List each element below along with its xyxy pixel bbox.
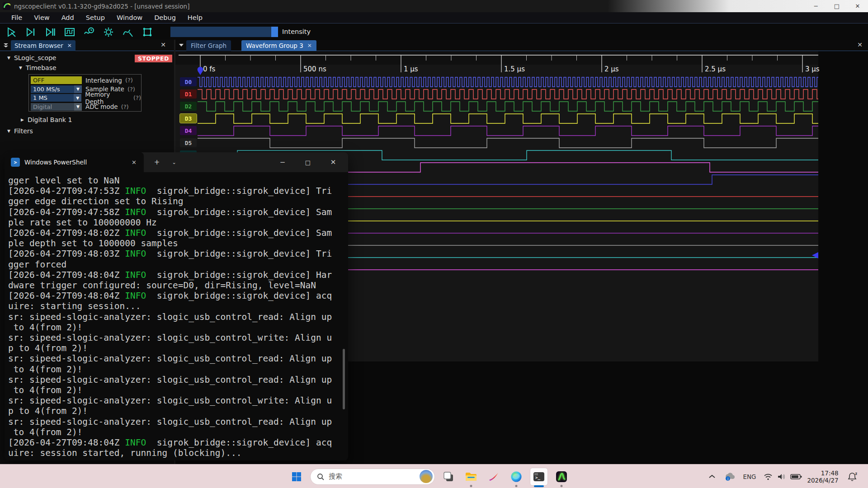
tab-stream-browser[interactable]: Stream Browser ✕	[11, 40, 75, 51]
edge-icon	[510, 471, 522, 483]
powershell-icon: >	[11, 158, 20, 167]
menu-file[interactable]: File	[5, 12, 28, 23]
svg-text:z: z	[855, 472, 858, 476]
setting-row-memory-depth: 1 MS▼Memory Depth(?)	[31, 94, 141, 102]
taskbar-terminal-button[interactable]: >_	[530, 468, 548, 486]
console-line: p to 4(from 2)!	[8, 343, 348, 353]
task-view-icon	[443, 471, 454, 482]
menu-help[interactable]: Help	[182, 12, 208, 23]
onedrive-icon[interactable]: i	[722, 465, 738, 488]
collapse-dock-icon[interactable]	[179, 42, 184, 48]
channel-label-D0[interactable]: D0	[180, 77, 197, 86]
filter-curve-icon[interactable]	[120, 25, 136, 39]
taskbar-task-view-button[interactable]	[439, 468, 458, 486]
ngscopeclient-logo-icon	[3, 2, 10, 10]
volume-icon[interactable]	[775, 465, 788, 488]
tab-dropdown-icon[interactable]: ⌄	[164, 152, 184, 172]
collapse-panel-icon[interactable]	[3, 42, 9, 48]
chevron-down-icon[interactable]: ▼	[7, 129, 10, 133]
tray-time: 17:48	[807, 469, 838, 477]
channel-label-D4[interactable]: D4	[180, 126, 197, 135]
sample-rate-control[interactable]: 100 MS/s▼	[31, 85, 82, 93]
adc-mode-control[interactable]: Digital▼	[31, 103, 82, 111]
active-indicator	[534, 485, 544, 487]
tree-item-filters[interactable]: ▼ Filters	[7, 127, 33, 135]
memory-depth-control[interactable]: 1 MS▼	[31, 94, 81, 102]
console-line: to 4(from 2)!	[8, 322, 348, 333]
tab-filter-graph[interactable]: Filter Graph	[186, 40, 231, 51]
battery-icon[interactable]	[788, 465, 804, 488]
tree-item-timebase[interactable]: ▼ Timebase	[19, 64, 57, 71]
taskbar-edge-button[interactable]	[507, 468, 525, 486]
tree-item-scope[interactable]: ▼ SLogic_scope	[7, 54, 56, 61]
minimize-button[interactable]: −	[806, 0, 826, 12]
tree-item-digital-bank[interactable]: ▶ Digital Bank 1	[21, 116, 72, 123]
menu-add[interactable]: Add	[56, 12, 80, 23]
svg-text:3 µs: 3 µs	[805, 65, 820, 73]
search-placeholder: 搜索	[329, 472, 420, 481]
single-trigger-icon[interactable]	[23, 25, 39, 39]
dropdown-arrow-icon[interactable]: ▼	[74, 85, 82, 93]
terminal-icon: >_	[533, 471, 545, 483]
console-line: sr: sipeed-slogic-analyzer: slogic_usb_c…	[8, 417, 348, 427]
interleaving-control[interactable]: OFF	[31, 76, 82, 84]
panel-close-icon[interactable]: ✕	[160, 41, 166, 48]
tab-close-icon[interactable]: ✕	[67, 42, 72, 49]
dropdown-arrow-icon[interactable]: ▼	[74, 94, 81, 102]
dock-close-icon[interactable]: ✕	[857, 41, 863, 48]
console-line: [2026-04-27T09:48:04Z INFO sigrok_bridge…	[8, 437, 348, 448]
maximize-button[interactable]: □	[297, 152, 318, 172]
channel-label-D1[interactable]: D1	[180, 89, 197, 99]
taskbar-swoosh-app-button[interactable]	[485, 468, 503, 486]
channel-label-D2[interactable]: D2	[180, 102, 197, 111]
force-trigger-icon[interactable]	[42, 25, 58, 39]
windows-logo-icon	[291, 471, 302, 482]
notification-bell-icon[interactable]: z	[844, 465, 860, 488]
clock[interactable]: 17:48 2026/4/27	[805, 465, 841, 488]
language-indicator[interactable]: ENG	[740, 465, 760, 488]
history-icon[interactable]	[61, 25, 78, 39]
fullscreen-icon[interactable]	[139, 25, 156, 39]
wifi-icon[interactable]	[761, 465, 775, 488]
dropdown-arrow-icon[interactable]: ▼	[74, 103, 82, 111]
file-explorer-icon	[465, 472, 477, 482]
svg-text:2.5 µs: 2.5 µs	[705, 65, 726, 73]
settings-gear-icon[interactable]	[100, 25, 117, 39]
minimize-button[interactable]: −	[272, 152, 293, 172]
console-output[interactable]: gger level set to NaN[2026-04-27T09:47:5…	[5, 172, 348, 460]
toolbar: Intensity	[0, 24, 868, 40]
channel-label-D3[interactable]: D3	[180, 114, 197, 123]
maximize-button[interactable]: □	[826, 0, 847, 12]
taskbar-file-explorer-button[interactable]	[462, 468, 480, 486]
menu-debug[interactable]: Debug	[148, 12, 182, 23]
setting-row-interleaving: OFFInterleaving(?)	[31, 76, 133, 84]
chevron-down-icon[interactable]: ▼	[7, 56, 10, 60]
help-icon[interactable]: (?)	[121, 103, 129, 110]
console-scrollbar[interactable]	[343, 349, 345, 409]
help-icon[interactable]: (?)	[125, 77, 133, 84]
tab-close-icon[interactable]: ✕	[132, 159, 137, 166]
tab-waveform-group-3[interactable]: Waveform Group 3 ✕	[241, 40, 316, 51]
close-button[interactable]: ✕	[847, 0, 868, 12]
search-input[interactable]: 搜索	[310, 469, 435, 485]
intensity-slider[interactable]	[170, 27, 278, 37]
menu-setup[interactable]: Setup	[80, 12, 111, 23]
powershell-tab[interactable]: > Windows PowerShell ✕	[5, 152, 144, 172]
timeline-clock-icon[interactable]	[81, 25, 97, 39]
powershell-window[interactable]: > Windows PowerShell ✕ + ⌄ − □ ✕ gger le…	[5, 152, 348, 460]
close-button[interactable]: ✕	[323, 152, 344, 172]
channel-label-D5[interactable]: D5	[180, 138, 197, 147]
menu-window[interactable]: Window	[111, 12, 148, 23]
tray-chevron-icon[interactable]	[705, 465, 719, 488]
arm-trigger-icon[interactable]	[3, 25, 19, 39]
start-button[interactable]	[288, 468, 306, 486]
tab-close-icon[interactable]: ✕	[307, 42, 312, 49]
help-icon[interactable]: (?)	[133, 94, 141, 101]
chevron-down-icon[interactable]: ▼	[19, 66, 22, 70]
taskbar-ngscopeclient-button[interactable]	[552, 468, 571, 486]
menu-view[interactable]: View	[28, 12, 55, 23]
chevron-right-icon[interactable]: ▶	[21, 117, 24, 122]
search-daily-image[interactable]	[420, 470, 433, 483]
intensity-slider-handle[interactable]	[271, 27, 278, 37]
powershell-titlebar[interactable]: > Windows PowerShell ✕ + ⌄ − □ ✕	[5, 152, 348, 172]
